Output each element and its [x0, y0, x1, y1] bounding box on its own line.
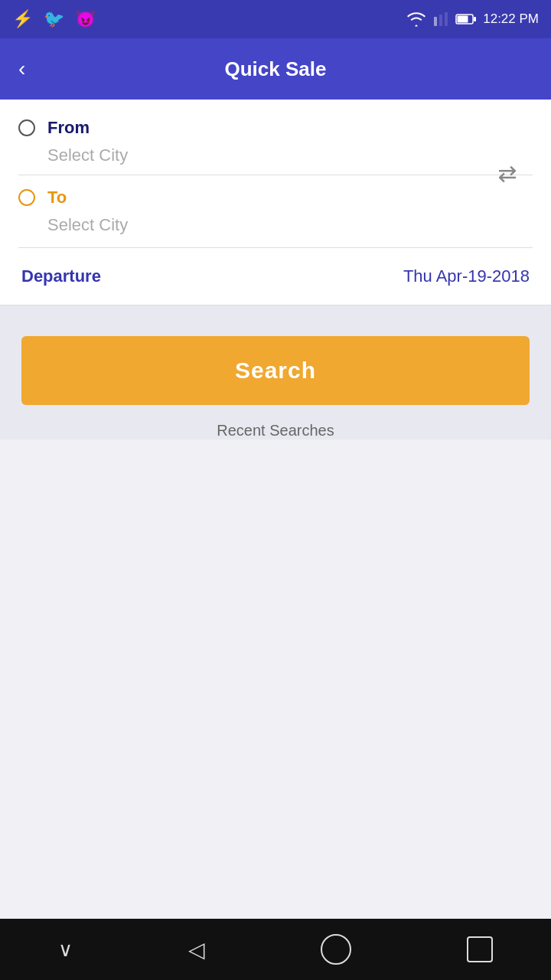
twitter-icon: 🐦	[44, 9, 64, 29]
to-label-row: To	[18, 188, 533, 207]
svg-rect-5	[474, 17, 476, 21]
wifi-icon	[406, 11, 426, 28]
departure-row[interactable]: Departure Thu Apr-19-2018	[0, 248, 551, 305]
svg-rect-0	[434, 17, 437, 26]
status-icons-right: 12:22 PM	[406, 11, 539, 28]
from-block: From	[0, 100, 551, 175]
to-circle-icon	[18, 189, 35, 206]
dev-icon: 😈	[75, 9, 96, 29]
back-button[interactable]: ‹	[18, 58, 25, 80]
gray-section: Search Recent Searches	[0, 305, 551, 439]
svg-rect-1	[439, 15, 442, 26]
signal-icon	[432, 11, 449, 28]
nav-recents-icon[interactable]	[467, 936, 493, 962]
from-label: From	[47, 118, 90, 138]
from-circle-icon	[18, 119, 35, 136]
swap-icon: ⇅	[494, 165, 520, 184]
usb-icon: ⚡	[12, 9, 33, 29]
nav-home-icon[interactable]	[321, 934, 351, 965]
nav-chevron-icon[interactable]: ∨	[58, 938, 73, 962]
from-label-row: From	[18, 118, 533, 138]
departure-label: Departure	[21, 266, 101, 286]
search-button[interactable]: Search	[21, 336, 530, 405]
svg-rect-2	[445, 12, 448, 26]
nav-back-icon[interactable]: ◁	[188, 937, 205, 962]
from-city-input[interactable]	[18, 145, 533, 175]
battery-icon	[455, 13, 477, 25]
status-time: 12:22 PM	[483, 11, 539, 27]
form-section: From ⇅ To Departure Thu Apr-19-2018	[0, 100, 551, 305]
recent-searches-label: Recent Searches	[21, 422, 530, 439]
departure-date: Thu Apr-19-2018	[403, 266, 530, 286]
bottom-navigation: ∨ ◁	[0, 919, 551, 980]
route-section: From ⇅ To	[0, 100, 551, 248]
swap-button[interactable]: ⇅	[487, 154, 527, 194]
page-title: Quick Sale	[225, 57, 327, 81]
to-city-input[interactable]	[18, 215, 533, 248]
svg-rect-4	[458, 16, 468, 23]
status-bar: ⚡ 🐦 😈 12:22 PM	[0, 0, 551, 38]
app-header: ‹ Quick Sale	[0, 38, 551, 100]
to-label: To	[47, 188, 67, 207]
status-icons-left: ⚡ 🐦 😈	[12, 9, 96, 29]
to-block: To	[0, 175, 551, 248]
